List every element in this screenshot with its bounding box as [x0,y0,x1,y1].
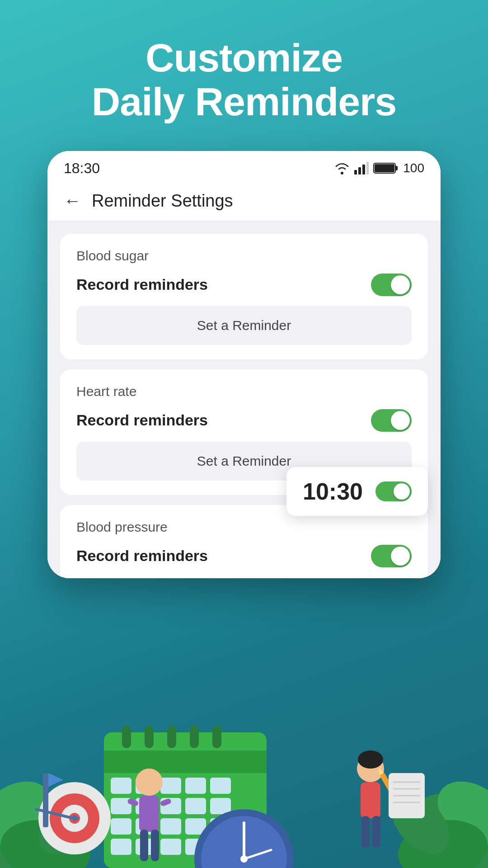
heart-rate-toggle[interactable] [371,409,412,432]
blood-pressure-card: Blood pressure Record reminders [60,505,428,578]
content-area: Blood sugar Record reminders Set a Remin… [47,221,441,578]
svg-rect-57 [140,830,148,861]
svg-rect-37 [111,839,131,855]
blood-sugar-toggle[interactable] [371,274,412,296]
svg-rect-2 [362,165,365,175]
svg-rect-5 [395,166,398,170]
blood-pressure-toggle-label: Record reminders [76,547,208,565]
svg-rect-22 [111,778,131,794]
blood-sugar-toggle-row: Record reminders [76,274,412,296]
svg-rect-17 [145,726,154,748]
heart-rate-title: Heart rate [76,384,412,399]
svg-rect-30 [185,798,206,814]
svg-rect-56 [139,796,159,832]
status-icons: 100 [334,161,424,175]
popup-time: 10:30 [303,478,363,505]
svg-rect-19 [190,726,199,748]
status-bar: 18:30 100 [47,151,441,183]
heart-rate-toggle-row: Record reminders [76,409,412,432]
battery-icon [373,162,399,175]
svg-rect-24 [160,778,181,794]
time-popup: 10:30 [286,467,428,516]
blood-sugar-title: Blood sugar [76,248,412,264]
svg-rect-65 [372,816,380,848]
svg-rect-18 [167,726,176,748]
phone-mockup: 18:30 100 ← R [47,151,441,578]
svg-rect-25 [185,778,206,794]
svg-rect-3 [366,162,369,175]
app-bar: ← Reminder Settings [47,183,441,221]
popup-toggle[interactable] [375,481,412,501]
svg-rect-64 [361,816,370,848]
svg-rect-1 [358,167,361,175]
header-title-line2: Daily Reminders [92,80,397,124]
signal-icon [354,162,369,175]
svg-point-55 [136,769,163,796]
svg-marker-54 [48,773,63,787]
svg-rect-34 [160,818,181,835]
header-title-line1: Customize [92,36,397,80]
status-time: 18:30 [64,160,100,177]
svg-rect-26 [210,778,231,794]
svg-rect-6 [375,164,394,172]
heart-rate-toggle-label: Record reminders [76,411,208,429]
battery-level: 100 [403,161,424,175]
blood-pressure-toggle[interactable] [371,545,412,567]
illustration-svg [0,642,488,868]
back-button[interactable]: ← [64,191,81,211]
svg-rect-58 [151,830,159,861]
blood-pressure-title: Blood pressure [76,519,412,535]
blood-sugar-card: Blood sugar Record reminders Set a Remin… [60,234,428,359]
svg-rect-0 [354,170,357,175]
blood-pressure-toggle-row: Record reminders [76,545,412,567]
illustration-area [0,642,488,868]
app-bar-title: Reminder Settings [92,191,233,211]
svg-point-62 [358,750,383,769]
wifi-icon [334,162,350,175]
content-wrapper: Blood sugar Record reminders Set a Remin… [47,221,441,578]
svg-rect-32 [111,818,131,835]
svg-rect-39 [160,839,181,855]
svg-rect-31 [210,798,231,814]
svg-rect-21 [104,750,267,773]
svg-rect-16 [122,726,131,748]
page-header: Customize Daily Reminders [92,36,397,124]
svg-rect-53 [43,773,48,827]
blood-sugar-toggle-label: Record reminders [76,276,208,293]
svg-rect-63 [361,782,380,818]
svg-rect-20 [212,726,221,748]
blood-sugar-set-reminder-button[interactable]: Set a Reminder [76,306,412,345]
